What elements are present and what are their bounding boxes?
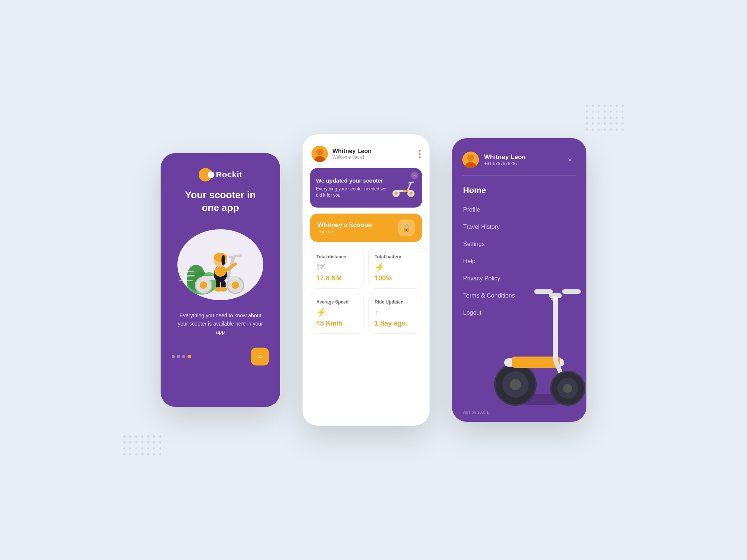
svg-point-52 — [551, 296, 558, 301]
svg-point-5 — [232, 281, 239, 289]
menu-user-name: Whitney Leon — [484, 153, 526, 161]
svg-rect-44 — [553, 295, 558, 362]
notification-title: We updated your scooter — [316, 177, 390, 184]
phone-onboarding: Rockit Your scooter in one app — [161, 153, 280, 407]
phone-dashboard: Whitney Leon Welcome back ! × We updated… — [303, 134, 430, 426]
phones-container: Rockit Your scooter in one app — [161, 134, 586, 426]
rider-illustration — [161, 218, 280, 308]
svg-point-51 — [563, 384, 572, 393]
svg-rect-34 — [403, 190, 409, 192]
notification-close-button[interactable]: × — [411, 172, 418, 179]
menu-item-settings[interactable]: Settings — [452, 236, 586, 253]
large-scooter-illustration — [489, 265, 586, 407]
rider-svg — [172, 220, 269, 306]
scooter-status: Locked — [317, 229, 373, 234]
svg-point-12 — [214, 266, 226, 277]
nav-dot-4-active — [187, 355, 191, 358]
svg-point-36 — [467, 155, 474, 161]
stat-label: Ride Updated — [375, 299, 416, 305]
upload-icon: ↑ — [375, 308, 416, 317]
menu-item-travel-history[interactable]: Travel History — [452, 218, 586, 236]
map-icon: 🗺 — [316, 262, 357, 272]
nav-dot-2 — [177, 355, 180, 358]
app-header: Rockit — [161, 153, 280, 189]
onboarding-title: Your scooter in one app — [161, 189, 280, 214]
app-name: Rockit — [216, 170, 242, 180]
speed-icon: ⚡ — [316, 308, 357, 317]
dashboard-header: Whitney Leon Welcome back ! — [303, 134, 430, 168]
stats-grid: Total distance 🗺 17.8 KM Total battery ⚡… — [310, 248, 422, 334]
dot-pattern-top-right — [586, 105, 624, 131]
notification-scooter-icon — [390, 175, 416, 201]
logo-icon — [199, 168, 212, 181]
stat-value: 100% — [375, 274, 416, 282]
svg-point-30 — [409, 192, 412, 195]
stat-label: Total battery — [375, 254, 416, 259]
menu-user-phone: +91 6787978287 — [484, 161, 526, 166]
stat-average-speed: Average Speed ⚡ 45 Km/h — [310, 293, 364, 334]
svg-point-20 — [220, 287, 227, 292]
battery-icon: ⚡ — [375, 262, 416, 272]
svg-line-33 — [409, 182, 414, 183]
notification-text: We updated your scooter Everything your … — [316, 177, 390, 199]
user-greeting: Welcome back ! — [332, 155, 372, 160]
avatar — [311, 146, 328, 162]
notification-card: × We updated your scooter Everything you… — [310, 168, 422, 208]
scooter-name: Whitney's Scooter — [317, 221, 373, 229]
stat-ride-updated: Ride Updated ↑ 1 day ago. — [368, 293, 422, 334]
phone-menu: Whitney Leon +91 6787978287 × Home Profi… — [452, 138, 586, 422]
menu-dot — [419, 153, 421, 155]
svg-point-7 — [200, 281, 207, 289]
menu-header: Whitney Leon +91 6787978287 × — [452, 138, 586, 175]
scooter-status-card[interactable]: Whitney's Scooter Locked 🔒 — [310, 214, 422, 242]
version-text: Version 10.0.1 — [462, 410, 489, 414]
stat-total-battery: Total battery ⚡ 100% — [368, 248, 422, 289]
nav-dot-1 — [172, 355, 175, 358]
menu-item-home[interactable]: Home — [452, 180, 586, 201]
lock-button[interactable]: 🔒 — [398, 220, 415, 236]
more-options-button[interactable] — [419, 150, 421, 158]
stat-label: Average Speed — [316, 299, 357, 305]
stat-value: 1 day ago. — [375, 320, 416, 327]
scooter-info: Whitney's Scooter Locked — [317, 221, 373, 234]
svg-line-32 — [407, 183, 411, 191]
stat-total-distance: Total distance 🗺 17.8 KM — [310, 248, 364, 289]
onboarding-footer: » — [161, 340, 280, 377]
user-info: Whitney Leon Welcome back ! — [311, 146, 372, 162]
menu-user-info: Whitney Leon +91 6787978287 — [462, 152, 526, 168]
next-button[interactable]: » — [251, 348, 269, 365]
svg-rect-46 — [534, 289, 553, 294]
nav-dot-3 — [182, 355, 185, 358]
menu-item-profile[interactable]: Profile — [452, 201, 586, 218]
svg-point-15 — [221, 255, 225, 265]
stat-value: 17.8 KM — [316, 274, 357, 282]
svg-point-25 — [316, 149, 323, 155]
close-menu-button[interactable]: × — [564, 154, 576, 166]
notification-body: Everything your scooter needed we did it… — [316, 186, 390, 199]
menu-dot — [419, 150, 421, 152]
menu-dot — [419, 156, 421, 158]
svg-point-28 — [395, 192, 398, 195]
stat-value: 45 Km/h — [316, 320, 357, 327]
dot-pattern-bottom-left — [123, 435, 161, 455]
stat-label: Total distance — [316, 254, 357, 259]
svg-point-41 — [510, 379, 521, 390]
pagination-dots — [172, 355, 191, 358]
svg-rect-47 — [562, 289, 581, 294]
menu-avatar — [462, 152, 479, 168]
onboarding-description: Everything you need to know about your s… — [161, 311, 280, 336]
user-name: Whitney Leon — [332, 148, 372, 155]
